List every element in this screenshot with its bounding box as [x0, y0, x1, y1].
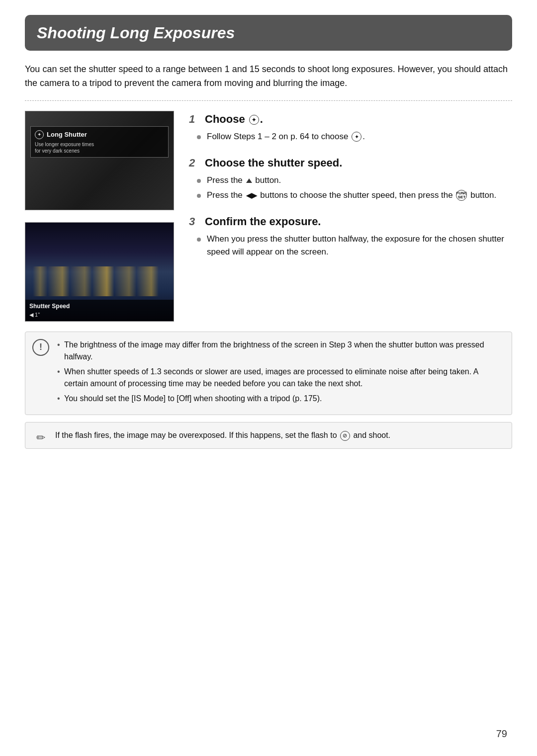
cam2-label: Shutter Speed: [29, 302, 170, 311]
caution-note-box: ! The brightness of the image may differ…: [25, 332, 512, 415]
step-3-bullets: When you press the shutter button halfwa…: [189, 233, 512, 258]
cam1-menu: ✦ Long Shutter Use longer exposure times…: [30, 126, 169, 158]
steps-area: ✦ Long Shutter Use longer exposure times…: [25, 111, 512, 322]
step-3-bullet-1: When you press the shutter button halfwa…: [197, 233, 512, 258]
steps-column: 1 Choose ✦. Follow Steps 1 – 2 on p. 64 …: [179, 111, 512, 322]
cam2-overlay: Shutter Speed ◀ 1": [25, 300, 174, 321]
lr-arrow-icon: ◀▶: [246, 190, 257, 201]
step-2-bullet-1: Press the button.: [197, 174, 512, 187]
cam2-value: ◀ 1": [29, 311, 170, 319]
step-3-block: 3 Confirm the exposure. When you press t…: [189, 213, 512, 258]
caution-bullet-1: The brightness of the image may differ f…: [55, 339, 504, 363]
step-1-title: Choose ✦.: [205, 111, 263, 127]
tab-indicator: [174, 257, 174, 287]
step-2-number: 2: [189, 155, 201, 171]
caution-circle-icon: !: [32, 339, 49, 356]
step-1-bullet-1: Follow Steps 1 – 2 on p. 64 to choose ✦.: [197, 130, 512, 143]
step-3-header: 3 Confirm the exposure.: [189, 213, 512, 230]
step-1-block: 1 Choose ✦. Follow Steps 1 – 2 on p. 64 …: [189, 111, 512, 143]
page-title-box: Shooting Long Exposures: [25, 15, 512, 51]
caution-icon: !: [32, 339, 49, 356]
step-3-title: Confirm the exposure.: [205, 213, 321, 230]
step-1-bullets: Follow Steps 1 – 2 on p. 64 to choose ✦.: [189, 130, 512, 143]
cam1-menu-title: Long Shutter: [47, 130, 87, 140]
page-number: 79: [496, 726, 507, 741]
step-1-number: 1: [189, 111, 201, 127]
caution-bullet-3: You should set the [IS Mode] to [Off] wh…: [55, 393, 504, 405]
step-2-header: 2 Choose the shutter speed.: [189, 155, 512, 171]
flash-off-icon: ⊘: [340, 431, 350, 441]
cam1-star-icon: ✦: [35, 130, 44, 139]
caution-bullets: The brightness of the image may differ f…: [55, 339, 504, 405]
cam1-menu-desc: Use longer exposure timesfor very dark s…: [35, 141, 164, 154]
up-arrow-icon: [246, 178, 252, 183]
step-1-header: 1 Choose ✦.: [189, 111, 512, 127]
star-icon-2: ✦: [352, 132, 361, 142]
star-icon-1: ✦: [249, 115, 259, 125]
page-title: Shooting Long Exposures: [37, 21, 500, 45]
step-2-bullets: Press the button. Press the ◀▶ buttons t…: [189, 174, 512, 201]
pencil-icon: ✏: [32, 429, 49, 446]
camera-screenshot-2: Shutter Speed ◀ 1": [25, 222, 174, 322]
step-3-number: 3: [189, 213, 201, 230]
camera-screenshot-1: ✦ Long Shutter Use longer exposure times…: [25, 111, 174, 210]
divider: [25, 100, 512, 101]
caution-bullet-2: When shutter speeds of 1.3 seconds or sl…: [55, 366, 504, 390]
info-note-text: If the flash fires, the image may be ove…: [55, 431, 390, 439]
step-2-bullet-2: Press the ◀▶ buttons to choose the shutt…: [197, 189, 512, 202]
info-note-box: ✏ If the flash fires, the image may be o…: [25, 422, 512, 449]
images-column: ✦ Long Shutter Use longer exposure times…: [25, 111, 179, 322]
step-2-block: 2 Choose the shutter speed. Press the bu…: [189, 155, 512, 201]
intro-paragraph: You can set the shutter speed to a range…: [25, 63, 512, 90]
func-set-icon: FUNCSET: [456, 190, 467, 201]
pencil-shape: ✏: [32, 429, 49, 446]
step-2-title: Choose the shutter speed.: [205, 155, 342, 171]
